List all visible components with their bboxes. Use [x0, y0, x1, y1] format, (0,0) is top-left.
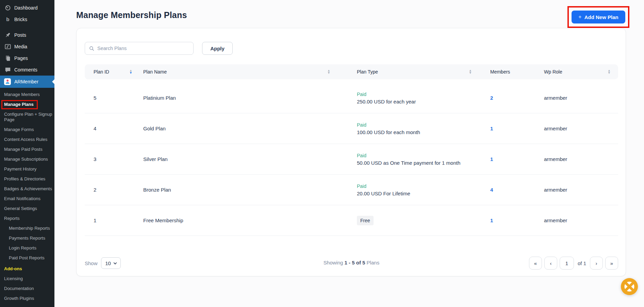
sidebar-item-pages[interactable]: Pages — [0, 52, 54, 64]
members-count-link[interactable]: 4 — [490, 187, 493, 193]
table-toolbar: Apply — [85, 42, 233, 55]
sidebar-item-label: Comments — [14, 67, 37, 72]
column-header-plan-type[interactable]: Plan Type ▲ ▼ — [348, 64, 481, 79]
column-header-plan-id[interactable]: Plan ID ▲ ▼ — [85, 64, 134, 79]
sidebar-item-payments-reports[interactable]: Payments Reports — [4, 233, 52, 243]
cell-members: 1 — [481, 156, 535, 162]
sidebar-item-media[interactable]: Media — [0, 41, 54, 52]
sort-desc-icon: ▼ — [608, 72, 611, 74]
cell-plan-id: 3 — [85, 156, 134, 162]
showing-prefix: Showing — [324, 260, 345, 265]
plan-type-label: Paid — [357, 92, 481, 97]
sidebar-item-login-reports[interactable]: Login Reports — [4, 243, 52, 253]
sort-arrows-icon: ▲ ▼ — [327, 69, 330, 74]
dashboard-icon — [5, 5, 11, 11]
page-number-input[interactable] — [560, 257, 574, 270]
sidebar-subitem-label: Login Reports — [9, 245, 36, 251]
sidebar-item-label: Dashboard — [14, 5, 38, 11]
annotation-box-add-new-plan: + Add New Plan — [567, 6, 629, 28]
sidebar-subitem-label: Profiles & Directories — [4, 176, 45, 181]
sidebar-item-content-access-rules[interactable]: Content Access Rules — [4, 135, 52, 145]
cell-wp-role: armember — [535, 187, 618, 193]
first-page-button[interactable]: « — [529, 257, 542, 270]
cell-plan-name: Platinium Plan — [134, 95, 348, 101]
sidebar-item-manage-forms[interactable]: Manage Forms — [4, 125, 52, 135]
plan-type-desc: 20.00 USD For Lifetime — [357, 191, 481, 196]
cell-plan-type: Paid 100.00 USD for each month — [348, 122, 481, 135]
sidebar-item-manage-paid-posts[interactable]: Manage Paid Posts — [4, 145, 52, 155]
cell-wp-role: armember — [535, 156, 618, 162]
sidebar-item-reports[interactable]: Reports — [4, 214, 52, 224]
sidebar-item-badges-achievements[interactable]: Badges & Achievements — [4, 184, 52, 194]
sidebar-item-armember[interactable]: ARMember — [0, 76, 54, 88]
sidebar-item-profiles-directories[interactable]: Profiles & Directories — [4, 174, 52, 184]
sidebar-item-bricks[interactable]: Bricks — [0, 14, 54, 25]
sidebar-item-dashboard[interactable]: Dashboard — [0, 2, 54, 14]
sidebar-item-manage-plans[interactable]: Manage Plans — [4, 100, 52, 110]
members-count-link[interactable]: 1 — [490, 156, 493, 162]
showing-range: 1 - 5 of 5 — [345, 260, 365, 265]
sidebar-item-email-notifications[interactable]: Email Notifications — [4, 194, 52, 204]
plan-type-desc: 100.00 USD for each month — [357, 129, 481, 135]
sidebar-subitem-label: Manage Paid Posts — [4, 147, 43, 152]
column-header-members[interactable]: Members ▲ ▼ — [481, 64, 535, 79]
sidebar-subitem-label: Badges & Achievements — [4, 186, 52, 191]
add-new-plan-button[interactable]: + Add New Plan — [572, 11, 625, 23]
page-of-label: of 1 — [578, 260, 586, 266]
column-label: Plan Type — [357, 69, 378, 75]
column-label: Plan ID — [94, 69, 109, 75]
sidebar-item-add-ons[interactable]: Add-ons — [4, 264, 52, 274]
cell-members: 1 — [481, 217, 535, 223]
column-header-wp-role[interactable]: Wp Role ▲ ▼ — [535, 64, 618, 79]
sidebar-item-posts[interactable]: Posts — [0, 29, 54, 41]
column-label: Members — [490, 69, 510, 75]
sidebar-item-configure-plan-signup-page[interactable]: Configure Plan + Signup Page — [4, 110, 52, 125]
search-icon — [89, 46, 94, 51]
sidebar-item-label: Pages — [14, 55, 28, 61]
sidebar-item-documentation[interactable]: Documentation — [4, 284, 52, 294]
plan-type-label: Paid — [357, 183, 481, 189]
sidebar-item-membership-reports[interactable]: Membership Reports — [4, 224, 52, 233]
sidebar-subitem-label: Growth Plugins — [4, 296, 34, 301]
members-count-link[interactable]: 1 — [490, 217, 493, 223]
members-count-link[interactable]: 1 — [490, 126, 493, 131]
sidebar-item-licensing[interactable]: Licensing — [4, 274, 52, 284]
page-title: Manage Membership Plans — [76, 10, 187, 20]
prev-page-button[interactable]: ‹ — [544, 257, 557, 270]
next-page-button[interactable]: › — [590, 257, 603, 270]
sidebar-separator — [0, 25, 54, 29]
sidebar-item-manage-subscriptions[interactable]: Manage Subscriptions — [4, 155, 52, 164]
apply-button[interactable]: Apply — [202, 42, 233, 55]
sidebar-item-payment-history[interactable]: Payment History — [4, 164, 52, 174]
table-row: 3 Silver Plan Paid 50.00 USD as One Time… — [85, 144, 618, 175]
plus-icon: + — [578, 14, 581, 20]
sidebar-item-growth-plugins[interactable]: Growth Plugins — [4, 294, 52, 304]
column-header-plan-name[interactable]: Plan Name ▲ ▼ — [134, 64, 348, 79]
sidebar-subitem-label: Add-ons — [4, 266, 22, 271]
sidebar-item-label: ARMember — [14, 79, 38, 84]
sidebar-subitem-label: Manage Members — [4, 92, 40, 97]
cell-plan-name: Free Membership — [134, 217, 348, 223]
table-body: 5 Platinium Plan Paid 250.00 USD for eac… — [85, 83, 618, 236]
members-count-link[interactable]: 2 — [490, 95, 493, 101]
search-box — [85, 42, 194, 55]
cell-members: 1 — [481, 126, 535, 131]
sidebar-item-manage-members[interactable]: Manage Members — [4, 90, 52, 100]
search-input[interactable] — [97, 46, 189, 51]
cell-plan-id: 4 — [85, 126, 134, 131]
dismiss-circle-icon — [621, 278, 638, 295]
plan-type-label: Paid — [357, 153, 481, 158]
sidebar-subitem-label: Paid Post Reports — [9, 255, 45, 260]
sort-desc-icon: ▼ — [327, 72, 330, 74]
sidebar-subitem-label: Manage Subscriptions — [4, 157, 48, 162]
sidebar-item-general-settings[interactable]: General Settings — [4, 204, 52, 214]
sidebar-item-paid-post-reports[interactable]: Paid Post Reports — [4, 253, 52, 263]
cell-plan-type: Paid 50.00 USD as One Time payment for 1… — [348, 153, 481, 166]
floating-widget-button[interactable] — [621, 278, 638, 295]
sidebar-subitem-label: Content Access Rules — [4, 137, 47, 142]
sort-desc-icon: ▼ — [129, 72, 132, 74]
sidebar-item-comments[interactable]: Comments — [0, 64, 54, 76]
last-page-button[interactable]: » — [605, 257, 618, 270]
table-row: 5 Platinium Plan Paid 250.00 USD for eac… — [85, 83, 618, 113]
comments-icon — [5, 67, 11, 73]
